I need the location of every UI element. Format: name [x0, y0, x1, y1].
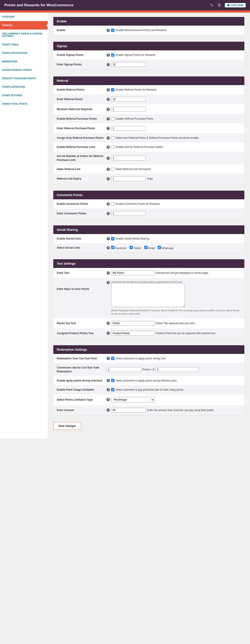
input-tab-text[interactable] [111, 321, 154, 326]
sidebar-item-overview[interactable]: OVERVIEW [0, 12, 48, 21]
svg-point-0 [227, 4, 230, 6]
text-expiry-unit: Days [147, 177, 153, 180]
help-icon[interactable]: ? [107, 156, 110, 160]
help-icon[interactable]: ? [107, 63, 110, 66]
checkbox-twitter[interactable] [129, 246, 133, 249]
hint-ways-bottom: [Refer Points] for Referral Points[Per C… [111, 309, 241, 316]
checkbox-purchase-limit[interactable] [111, 146, 114, 149]
sidebar-item-assign[interactable]: ASSIGN PRODUCT POINTS [0, 66, 48, 74]
input-orders-limit[interactable] [111, 156, 146, 160]
help-icon[interactable]: ? [107, 379, 110, 382]
input-comments-points[interactable] [111, 211, 146, 216]
help-icon[interactable]: ? [107, 388, 110, 391]
input-conv-points[interactable] [107, 367, 141, 372]
sidebar-item-order-total[interactable]: ORDER TOTAL POINTS [0, 100, 48, 108]
help-icon[interactable]: ? [107, 168, 110, 171]
help-icon[interactable]: ? [107, 322, 110, 325]
checkbox-referral-purchase[interactable] [111, 117, 114, 120]
input-referral-purchase-points[interactable] [111, 126, 146, 131]
sidebar-item-notification[interactable]: POINTS NOTIFICATION [0, 49, 48, 57]
checkbox-comments-enable[interactable] [111, 202, 114, 206]
checkbox-redemption-over[interactable] [111, 357, 114, 360]
text-static-link: Make Referral Link Permanent [116, 168, 151, 171]
sidebar-item-per-currency[interactable]: PER CURRENCY POINTS & COUPON SETTINGS [0, 30, 48, 40]
label-signup-enable: Enable Signup Points [57, 53, 107, 57]
main-content: Enable Enable ? Enable WooCommerce Point… [48, 12, 250, 438]
help-icon[interactable]: ? [107, 332, 110, 335]
chat-now-button[interactable]: CHAT NOW [225, 3, 246, 8]
label-orders-limit: Set the Number of Orders for Referral Pu… [57, 154, 107, 162]
help-icon[interactable]: ? [107, 212, 110, 215]
label-referral-purchase-points: Enter Referral Purchase Points [57, 126, 107, 130]
checkbox-assign-only[interactable] [111, 136, 114, 140]
input-signup-points[interactable] [111, 62, 146, 67]
hint-tab-text: Points Tab replaced with your text. [156, 322, 195, 325]
text-referral-enable: Enable Referral Points for Rewards. [116, 88, 157, 91]
checkbox-signup-enable[interactable] [111, 54, 114, 57]
help-icon[interactable]: ? [107, 357, 110, 360]
help-icon[interactable]: ? [107, 127, 110, 130]
sidebar-item-general[interactable]: GENERAL [0, 21, 48, 30]
help-icon[interactable]: ? [107, 136, 110, 140]
checkbox-social-enable[interactable] [111, 237, 114, 240]
sidebar-item-other[interactable]: OTHER SETTINGS [0, 91, 48, 100]
panel-head-enable: Enable [53, 17, 244, 26]
label-enable: Enable [57, 28, 107, 32]
help-icon[interactable]: ? [107, 408, 110, 412]
panel-signup: Signup Enable Signup Points ? Enable Sig… [53, 42, 244, 70]
checkbox-checkout[interactable] [111, 379, 114, 382]
label-checkout: Enable apply points during checkout [57, 379, 107, 382]
label-facebook: Facebook [115, 247, 126, 250]
page-title: Points and Rewards for WooCommerce [4, 3, 73, 8]
help-icon[interactable]: ? [107, 202, 110, 206]
checkbox-facebook[interactable] [111, 246, 114, 249]
help-icon[interactable]: ? [107, 146, 110, 149]
panel-redemption: Redemption Settings Redemption Over Cart… [53, 345, 244, 415]
help-icon[interactable]: ? [107, 237, 110, 240]
label-social-enable: Enable Social Links [57, 237, 107, 240]
help-icon[interactable]: ? [107, 272, 110, 275]
input-enter-text[interactable] [111, 270, 154, 275]
sidebar: OVERVIEW GENERAL PER CURRENCY POINTS & C… [0, 12, 48, 438]
sidebar-item-purchase[interactable]: PRODUCT PURCHASE POINTS [0, 74, 48, 83]
phone-icon[interactable] [210, 3, 214, 8]
document-icon[interactable] [218, 3, 221, 8]
help-icon[interactable]: ? [107, 108, 110, 111]
help-icon[interactable]: ? [107, 177, 110, 180]
help-icon[interactable]: ? [107, 398, 110, 401]
hint-assigned-text: Product Point text can be replaced with … [156, 332, 215, 335]
checkbox-enable[interactable] [111, 29, 114, 32]
input-referral-points[interactable] [111, 97, 146, 102]
text-social-enable: Enable Social Media Sharing. [116, 237, 150, 240]
input-min-referrals[interactable] [111, 107, 146, 112]
help-icon[interactable]: ? [107, 246, 110, 250]
panel-head-text: Text Settings [53, 259, 244, 268]
checkbox-static-link[interactable] [111, 168, 114, 171]
panel-head-redemption: Redemption Settings [53, 345, 244, 354]
input-conv-currency[interactable] [155, 367, 199, 372]
textarea-ways[interactable] [111, 283, 185, 307]
help-icon[interactable]: ? [107, 98, 110, 101]
select-limit-type[interactable]: Percentage [111, 397, 154, 402]
sidebar-item-membership[interactable]: MEMBERSHIP [0, 57, 48, 66]
checkbox-email[interactable] [144, 246, 147, 249]
checkbox-whatsapp[interactable] [158, 246, 161, 249]
label-link-expiry: Referral Link Expiry [57, 177, 107, 181]
input-assigned-text[interactable] [111, 331, 154, 336]
sidebar-item-expiration[interactable]: POINTS EXPIRATION [0, 83, 48, 91]
accent-bar [0, 10, 250, 12]
checkbox-referral-enable[interactable] [111, 88, 114, 92]
text-checkout: Allow customers to apply points during c… [116, 379, 177, 382]
save-button[interactable]: Save Changes [53, 422, 81, 430]
input-link-expiry[interactable] [111, 176, 146, 181]
input-amount[interactable] [111, 408, 146, 412]
help-icon[interactable]: ? [107, 29, 110, 32]
help-icon[interactable]: ? [107, 117, 110, 120]
label-assigned-text: Assigned Product Points Text [57, 331, 107, 335]
help-icon[interactable]: ? [107, 281, 110, 284]
label-comments-points: Enter Comments Points [57, 212, 107, 216]
sidebar-item-points-table[interactable]: POINTS TABLE [0, 40, 48, 49]
help-icon[interactable]: ? [107, 54, 110, 57]
help-icon[interactable]: ? [107, 88, 110, 92]
checkbox-usage[interactable] [111, 388, 114, 391]
